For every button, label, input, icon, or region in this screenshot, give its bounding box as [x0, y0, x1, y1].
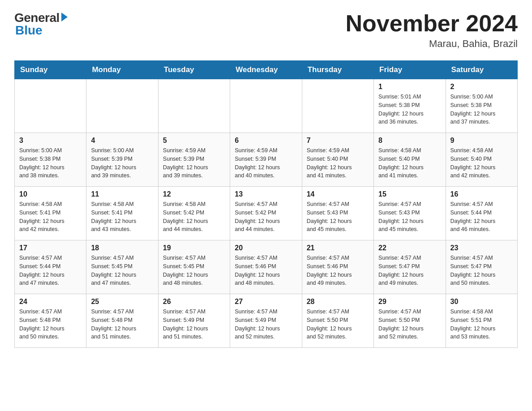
week-row-1: 1Sunrise: 5:01 AMSunset: 5:38 PMDaylight…	[15, 79, 518, 133]
calendar-cell	[230, 79, 302, 133]
day-info: Sunrise: 4:57 AMSunset: 5:47 PMDaylight:…	[378, 254, 441, 287]
day-number: 24	[19, 298, 82, 306]
day-number: 10	[19, 190, 82, 198]
day-info: Sunrise: 4:57 AMSunset: 5:44 PMDaylight:…	[450, 200, 513, 234]
day-number: 16	[450, 190, 513, 198]
day-info: Sunrise: 4:58 AMSunset: 5:51 PMDaylight:…	[450, 308, 513, 341]
day-number: 15	[378, 190, 441, 198]
day-number: 17	[19, 244, 82, 252]
calendar-cell: 13Sunrise: 4:57 AMSunset: 5:42 PMDayligh…	[230, 187, 302, 240]
calendar-cell: 17Sunrise: 4:57 AMSunset: 5:44 PMDayligh…	[15, 240, 86, 294]
calendar-cell: 8Sunrise: 4:58 AMSunset: 5:40 PMDaylight…	[374, 133, 446, 187]
day-number: 20	[235, 244, 297, 252]
day-info: Sunrise: 4:58 AMSunset: 5:41 PMDaylight:…	[91, 200, 153, 234]
day-info: Sunrise: 4:57 AMSunset: 5:48 PMDaylight:…	[91, 308, 153, 341]
weekday-header-sunday: Sunday	[15, 61, 86, 79]
calendar-cell: 24Sunrise: 4:57 AMSunset: 5:48 PMDayligh…	[15, 294, 86, 348]
calendar-cell: 14Sunrise: 4:57 AMSunset: 5:43 PMDayligh…	[302, 187, 373, 240]
week-row-4: 17Sunrise: 4:57 AMSunset: 5:44 PMDayligh…	[15, 240, 518, 294]
day-info: Sunrise: 5:00 AMSunset: 5:38 PMDaylight:…	[19, 146, 82, 180]
day-number: 28	[307, 298, 369, 306]
day-info: Sunrise: 4:57 AMSunset: 5:42 PMDaylight:…	[235, 200, 297, 234]
title-area: November 2024 Marau, Bahia, Brazil	[346, 11, 518, 50]
day-number: 5	[163, 137, 225, 145]
day-number: 14	[307, 190, 369, 198]
calendar-cell: 3Sunrise: 5:00 AMSunset: 5:38 PMDaylight…	[15, 133, 86, 187]
day-number: 8	[378, 137, 441, 145]
calendar-cell: 30Sunrise: 4:58 AMSunset: 5:51 PMDayligh…	[446, 294, 517, 348]
day-info: Sunrise: 4:58 AMSunset: 5:40 PMDaylight:…	[378, 146, 441, 180]
calendar-cell: 11Sunrise: 4:58 AMSunset: 5:41 PMDayligh…	[86, 187, 158, 240]
day-number: 11	[91, 190, 153, 198]
calendar-cell	[158, 79, 230, 133]
calendar-cell: 5Sunrise: 4:59 AMSunset: 5:39 PMDaylight…	[158, 133, 230, 187]
day-number: 25	[91, 298, 153, 306]
day-info: Sunrise: 4:57 AMSunset: 5:46 PMDaylight:…	[307, 254, 369, 287]
day-number: 9	[450, 137, 513, 145]
week-row-2: 3Sunrise: 5:00 AMSunset: 5:38 PMDaylight…	[15, 133, 518, 187]
calendar-cell: 27Sunrise: 4:57 AMSunset: 5:49 PMDayligh…	[230, 294, 302, 348]
weekday-header-saturday: Saturday	[446, 61, 517, 79]
day-info: Sunrise: 4:57 AMSunset: 5:46 PMDaylight:…	[235, 254, 297, 287]
day-number: 21	[307, 244, 369, 252]
weekday-header-thursday: Thursday	[302, 61, 373, 79]
calendar-cell: 28Sunrise: 4:57 AMSunset: 5:50 PMDayligh…	[302, 294, 373, 348]
day-info: Sunrise: 4:58 AMSunset: 5:41 PMDaylight:…	[19, 200, 82, 234]
calendar-cell: 6Sunrise: 4:59 AMSunset: 5:39 PMDaylight…	[230, 133, 302, 187]
location: Marau, Bahia, Brazil	[346, 38, 518, 50]
weekday-header-wednesday: Wednesday	[230, 61, 302, 79]
day-number: 6	[235, 137, 297, 145]
day-info: Sunrise: 4:57 AMSunset: 5:45 PMDaylight:…	[163, 254, 225, 287]
day-number: 23	[450, 244, 513, 252]
day-info: Sunrise: 4:57 AMSunset: 5:47 PMDaylight:…	[450, 254, 513, 287]
day-info: Sunrise: 4:57 AMSunset: 5:43 PMDaylight:…	[307, 200, 369, 234]
calendar-cell	[86, 79, 158, 133]
day-number: 19	[163, 244, 225, 252]
day-number: 29	[378, 298, 441, 306]
calendar-cell: 10Sunrise: 4:58 AMSunset: 5:41 PMDayligh…	[15, 187, 86, 240]
calendar-cell: 18Sunrise: 4:57 AMSunset: 5:45 PMDayligh…	[86, 240, 158, 294]
day-info: Sunrise: 4:57 AMSunset: 5:49 PMDaylight:…	[235, 308, 297, 341]
month-title: November 2024	[346, 11, 518, 36]
calendar-cell	[15, 79, 86, 133]
weekday-header-monday: Monday	[86, 61, 158, 79]
calendar-cell	[302, 79, 373, 133]
calendar-cell: 7Sunrise: 4:59 AMSunset: 5:40 PMDaylight…	[302, 133, 373, 187]
calendar-cell: 20Sunrise: 4:57 AMSunset: 5:46 PMDayligh…	[230, 240, 302, 294]
header: General Blue November 2024 Marau, Bahia,…	[14, 11, 518, 50]
calendar-cell: 12Sunrise: 4:58 AMSunset: 5:42 PMDayligh…	[158, 187, 230, 240]
logo: General Blue	[14, 11, 68, 38]
day-info: Sunrise: 4:57 AMSunset: 5:50 PMDaylight:…	[307, 308, 369, 341]
day-info: Sunrise: 4:59 AMSunset: 5:40 PMDaylight:…	[307, 146, 369, 180]
day-info: Sunrise: 5:00 AMSunset: 5:38 PMDaylight:…	[450, 93, 513, 126]
day-info: Sunrise: 4:57 AMSunset: 5:49 PMDaylight:…	[163, 308, 225, 341]
calendar-table: SundayMondayTuesdayWednesdayThursdayFrid…	[14, 60, 518, 348]
day-number: 27	[235, 298, 297, 306]
day-info: Sunrise: 4:57 AMSunset: 5:44 PMDaylight:…	[19, 254, 82, 287]
calendar-cell: 23Sunrise: 4:57 AMSunset: 5:47 PMDayligh…	[446, 240, 517, 294]
day-number: 7	[307, 137, 369, 145]
calendar-cell: 1Sunrise: 5:01 AMSunset: 5:38 PMDaylight…	[374, 79, 446, 133]
calendar-cell: 15Sunrise: 4:57 AMSunset: 5:43 PMDayligh…	[374, 187, 446, 240]
calendar-cell: 21Sunrise: 4:57 AMSunset: 5:46 PMDayligh…	[302, 240, 373, 294]
day-info: Sunrise: 5:00 AMSunset: 5:39 PMDaylight:…	[91, 146, 153, 180]
calendar-cell: 26Sunrise: 4:57 AMSunset: 5:49 PMDayligh…	[158, 294, 230, 348]
week-row-3: 10Sunrise: 4:58 AMSunset: 5:41 PMDayligh…	[15, 187, 518, 240]
day-number: 4	[91, 137, 153, 145]
day-number: 3	[19, 137, 82, 145]
day-number: 22	[378, 244, 441, 252]
calendar-cell: 22Sunrise: 4:57 AMSunset: 5:47 PMDayligh…	[374, 240, 446, 294]
day-info: Sunrise: 4:57 AMSunset: 5:43 PMDaylight:…	[378, 200, 441, 234]
day-info: Sunrise: 4:59 AMSunset: 5:39 PMDaylight:…	[235, 146, 297, 180]
weekday-header-friday: Friday	[374, 61, 446, 79]
logo-blue-text: Blue	[15, 23, 43, 38]
day-info: Sunrise: 4:58 AMSunset: 5:42 PMDaylight:…	[163, 200, 225, 234]
day-number: 30	[450, 298, 513, 306]
calendar-cell: 19Sunrise: 4:57 AMSunset: 5:45 PMDayligh…	[158, 240, 230, 294]
day-number: 18	[91, 244, 153, 252]
day-number: 1	[378, 83, 441, 91]
day-info: Sunrise: 4:57 AMSunset: 5:45 PMDaylight:…	[91, 254, 153, 287]
day-info: Sunrise: 4:57 AMSunset: 5:50 PMDaylight:…	[378, 308, 441, 341]
calendar-cell: 25Sunrise: 4:57 AMSunset: 5:48 PMDayligh…	[86, 294, 158, 348]
day-info: Sunrise: 4:59 AMSunset: 5:39 PMDaylight:…	[163, 146, 225, 180]
